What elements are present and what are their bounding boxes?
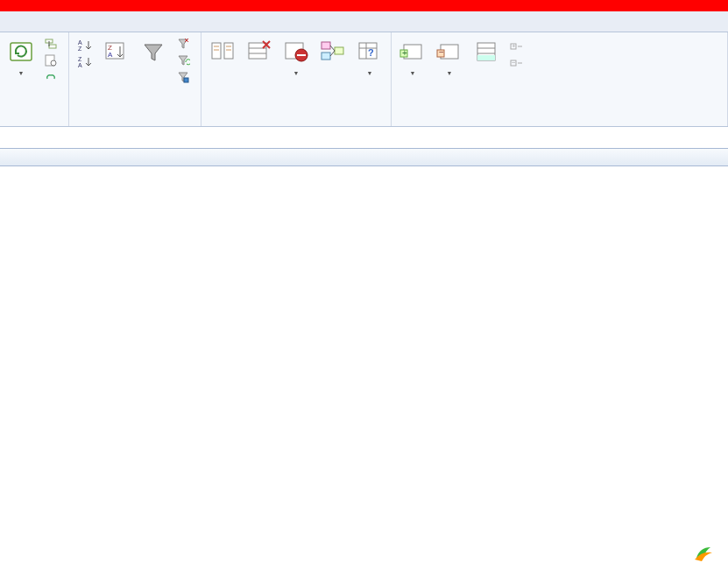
- group-sort-filter: AZ ZA ZA: [69, 32, 201, 126]
- subtotal-icon: [472, 38, 500, 66]
- svg-rect-25: [322, 42, 330, 49]
- subtotal-button[interactable]: [469, 36, 504, 69]
- remove-duplicates-button[interactable]: [242, 36, 277, 69]
- group-outline: + ▼ − ▼ + −: [392, 32, 728, 126]
- svg-rect-14: [224, 43, 233, 59]
- consolidate-button[interactable]: [315, 36, 350, 69]
- show-detail-icon: +: [509, 40, 523, 54]
- group-connections-label: [4, 122, 65, 126]
- svg-text:−: −: [439, 47, 444, 57]
- sort-button[interactable]: ZA: [99, 36, 134, 69]
- svg-text:−: −: [512, 59, 516, 67]
- connections-button[interactable]: [40, 36, 65, 52]
- consolidate-icon: [319, 38, 347, 66]
- sort-desc-button[interactable]: ZA: [74, 54, 95, 70]
- data-validation-button[interactable]: ▼: [279, 36, 314, 78]
- hide-detail-icon: −: [509, 57, 523, 71]
- refresh-icon: [7, 38, 35, 66]
- sort-desc-icon: ZA: [78, 55, 92, 69]
- dropdown-icon: ▼: [18, 70, 25, 76]
- clear-icon: [176, 37, 190, 51]
- group-connections: ▼: [0, 32, 69, 126]
- edit-links-icon: [44, 70, 58, 84]
- ribbon: ▼ AZ: [0, 32, 728, 127]
- group-sort-filter-label: [73, 122, 197, 126]
- refresh-all-button[interactable]: ▼: [4, 36, 39, 78]
- dropdown-icon: ▼: [293, 70, 300, 76]
- filter-button[interactable]: [136, 36, 171, 69]
- svg-rect-41: [477, 55, 495, 60]
- text-to-columns-button[interactable]: [205, 36, 240, 69]
- text-to-columns-icon: [209, 38, 237, 66]
- svg-rect-27: [335, 47, 343, 54]
- edit-links-button[interactable]: [40, 69, 65, 85]
- show-detail-button[interactable]: +: [505, 39, 530, 55]
- reapply-button[interactable]: [173, 53, 197, 68]
- sort-icon: ZA: [102, 38, 131, 66]
- ungroup-icon: −: [435, 38, 463, 66]
- group-icon: +: [399, 38, 427, 66]
- svg-rect-12: [184, 78, 188, 82]
- column-headers: [0, 149, 728, 166]
- data-validation-icon: [282, 38, 310, 66]
- advanced-icon: [176, 70, 190, 84]
- svg-rect-2: [49, 45, 56, 48]
- title-bar: [0, 0, 728, 11]
- sort-asc-button[interactable]: AZ: [74, 38, 95, 53]
- what-if-button[interactable]: ? ▼: [352, 36, 387, 78]
- watermark-logo-icon: [693, 542, 714, 563]
- connections-icon: [44, 37, 58, 51]
- watermark: [693, 542, 717, 563]
- ribbon-tabs: [0, 11, 728, 32]
- advanced-button[interactable]: [173, 69, 197, 85]
- spreadsheet: [0, 127, 728, 166]
- hide-detail-button[interactable]: −: [505, 56, 530, 72]
- svg-text:Z: Z: [78, 46, 82, 52]
- svg-rect-26: [322, 53, 330, 60]
- filter-icon: [139, 38, 167, 66]
- svg-text:?: ?: [368, 47, 374, 58]
- svg-text:Z: Z: [78, 56, 82, 62]
- group-data-tools: ▼ ? ▼: [201, 32, 392, 126]
- clear-button[interactable]: [173, 36, 197, 52]
- dropdown-icon: ▼: [367, 70, 373, 76]
- sort-asc-icon: AZ: [78, 39, 92, 53]
- dropdown-icon: ▼: [447, 70, 453, 76]
- svg-rect-13: [212, 43, 221, 59]
- svg-point-4: [51, 60, 56, 66]
- group-button[interactable]: + ▼: [395, 36, 430, 78]
- svg-rect-24: [297, 54, 306, 56]
- reapply-icon: [176, 53, 190, 67]
- group-data-tools-label: [205, 122, 387, 126]
- ungroup-button[interactable]: − ▼: [432, 36, 467, 78]
- svg-rect-19: [249, 43, 266, 59]
- svg-text:+: +: [402, 48, 407, 58]
- svg-text:A: A: [78, 62, 82, 68]
- remove-duplicates-icon: [245, 38, 273, 66]
- properties-icon: [44, 53, 58, 67]
- svg-text:A: A: [108, 51, 113, 59]
- svg-text:+: +: [512, 42, 516, 50]
- properties-button[interactable]: [40, 53, 65, 68]
- dropdown-icon: ▼: [410, 70, 416, 76]
- group-outline-label: [395, 122, 724, 126]
- what-if-icon: ?: [356, 38, 384, 66]
- svg-text:A: A: [78, 39, 82, 46]
